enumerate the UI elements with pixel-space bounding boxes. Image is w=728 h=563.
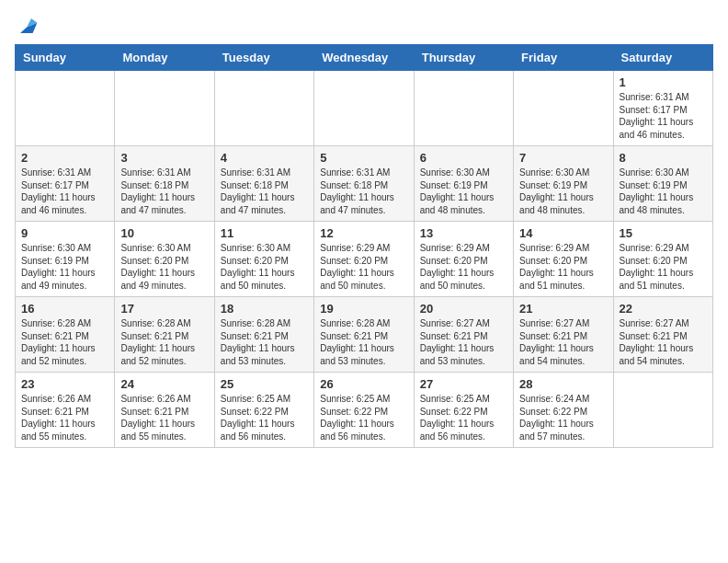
calendar-cell <box>613 373 712 448</box>
day-number: 9 <box>21 226 108 240</box>
calendar-cell: 28Sunrise: 6:24 AM Sunset: 6:22 PM Dayli… <box>514 373 613 448</box>
day-info: Sunrise: 6:28 AM Sunset: 6:21 PM Dayligh… <box>221 317 308 367</box>
calendar-cell: 27Sunrise: 6:25 AM Sunset: 6:22 PM Dayli… <box>414 373 513 448</box>
day-number: 2 <box>21 151 108 165</box>
day-number: 14 <box>519 226 607 240</box>
day-info: Sunrise: 6:30 AM Sunset: 6:19 PM Dayligh… <box>420 167 507 216</box>
day-info: Sunrise: 6:27 AM Sunset: 6:21 PM Dayligh… <box>620 317 707 367</box>
day-number: 13 <box>420 226 507 240</box>
calendar-cell: 19Sunrise: 6:28 AM Sunset: 6:21 PM Dayli… <box>314 297 414 373</box>
week-row-2: 2Sunrise: 6:31 AM Sunset: 6:17 PM Daylig… <box>16 146 713 222</box>
calendar-cell: 23Sunrise: 6:26 AM Sunset: 6:21 PM Dayli… <box>16 373 115 448</box>
day-info: Sunrise: 6:26 AM Sunset: 6:21 PM Dayligh… <box>21 393 108 442</box>
day-number: 22 <box>620 302 707 316</box>
day-info: Sunrise: 6:24 AM Sunset: 6:22 PM Dayligh… <box>519 393 607 442</box>
weekday-header-thursday: Thursday <box>414 45 513 71</box>
day-info: Sunrise: 6:30 AM Sunset: 6:19 PM Dayligh… <box>620 167 707 216</box>
week-row-5: 23Sunrise: 6:26 AM Sunset: 6:21 PM Dayli… <box>16 373 713 448</box>
day-info: Sunrise: 6:29 AM Sunset: 6:20 PM Dayligh… <box>420 242 507 292</box>
calendar-cell: 8Sunrise: 6:30 AM Sunset: 6:19 PM Daylig… <box>613 146 712 222</box>
day-info: Sunrise: 6:26 AM Sunset: 6:21 PM Dayligh… <box>120 393 208 442</box>
day-number: 20 <box>420 302 507 316</box>
calendar-cell: 25Sunrise: 6:25 AM Sunset: 6:22 PM Dayli… <box>214 373 313 448</box>
day-number: 6 <box>420 151 507 165</box>
calendar-cell: 22Sunrise: 6:27 AM Sunset: 6:21 PM Dayli… <box>613 297 712 373</box>
day-number: 10 <box>120 226 208 240</box>
weekday-header-row: SundayMondayTuesdayWednesdayThursdayFrid… <box>16 45 713 71</box>
day-number: 21 <box>519 302 607 316</box>
calendar-cell: 17Sunrise: 6:28 AM Sunset: 6:21 PM Dayli… <box>115 297 214 373</box>
calendar-cell: 12Sunrise: 6:29 AM Sunset: 6:20 PM Dayli… <box>314 222 414 297</box>
calendar-cell: 7Sunrise: 6:30 AM Sunset: 6:19 PM Daylig… <box>514 146 613 222</box>
calendar-cell: 5Sunrise: 6:31 AM Sunset: 6:18 PM Daylig… <box>314 146 414 222</box>
day-number: 12 <box>320 226 407 240</box>
weekday-header-wednesday: Wednesday <box>314 45 414 71</box>
week-row-1: 1Sunrise: 6:31 AM Sunset: 6:17 PM Daylig… <box>16 71 713 146</box>
day-info: Sunrise: 6:28 AM Sunset: 6:21 PM Dayligh… <box>320 317 407 367</box>
logo-icon <box>17 15 39 37</box>
calendar-cell: 1Sunrise: 6:31 AM Sunset: 6:17 PM Daylig… <box>613 71 712 146</box>
calendar-cell: 14Sunrise: 6:29 AM Sunset: 6:20 PM Dayli… <box>514 222 613 297</box>
calendar-cell: 10Sunrise: 6:30 AM Sunset: 6:20 PM Dayli… <box>115 222 214 297</box>
day-info: Sunrise: 6:31 AM Sunset: 6:18 PM Dayligh… <box>221 167 308 216</box>
day-info: Sunrise: 6:30 AM Sunset: 6:19 PM Dayligh… <box>519 167 607 216</box>
day-info: Sunrise: 6:25 AM Sunset: 6:22 PM Dayligh… <box>420 393 507 442</box>
day-number: 19 <box>320 302 407 316</box>
day-info: Sunrise: 6:28 AM Sunset: 6:21 PM Dayligh… <box>120 317 208 367</box>
calendar-cell: 15Sunrise: 6:29 AM Sunset: 6:20 PM Dayli… <box>613 222 712 297</box>
day-info: Sunrise: 6:25 AM Sunset: 6:22 PM Dayligh… <box>221 393 308 442</box>
weekday-header-saturday: Saturday <box>613 45 712 71</box>
day-number: 3 <box>120 151 208 165</box>
weekday-header-friday: Friday <box>514 45 613 71</box>
day-number: 18 <box>221 302 308 316</box>
week-row-4: 16Sunrise: 6:28 AM Sunset: 6:21 PM Dayli… <box>16 297 713 373</box>
day-number: 26 <box>320 377 407 391</box>
calendar-cell: 9Sunrise: 6:30 AM Sunset: 6:19 PM Daylig… <box>16 222 115 297</box>
day-info: Sunrise: 6:29 AM Sunset: 6:20 PM Dayligh… <box>320 242 407 292</box>
calendar-cell: 24Sunrise: 6:26 AM Sunset: 6:21 PM Dayli… <box>115 373 214 448</box>
day-info: Sunrise: 6:25 AM Sunset: 6:22 PM Dayligh… <box>320 393 407 442</box>
week-row-3: 9Sunrise: 6:30 AM Sunset: 6:19 PM Daylig… <box>16 222 713 297</box>
day-info: Sunrise: 6:27 AM Sunset: 6:21 PM Dayligh… <box>420 317 507 367</box>
day-number: 11 <box>221 226 308 240</box>
day-info: Sunrise: 6:31 AM Sunset: 6:17 PM Dayligh… <box>620 91 707 141</box>
day-info: Sunrise: 6:27 AM Sunset: 6:21 PM Dayligh… <box>519 317 607 367</box>
calendar-cell: 4Sunrise: 6:31 AM Sunset: 6:18 PM Daylig… <box>214 146 313 222</box>
calendar-cell: 21Sunrise: 6:27 AM Sunset: 6:21 PM Dayli… <box>514 297 613 373</box>
day-number: 24 <box>120 377 208 391</box>
day-info: Sunrise: 6:31 AM Sunset: 6:18 PM Dayligh… <box>320 167 407 216</box>
calendar-cell <box>115 71 214 146</box>
calendar-table: SundayMondayTuesdayWednesdayThursdayFrid… <box>15 44 713 448</box>
day-info: Sunrise: 6:31 AM Sunset: 6:18 PM Dayligh… <box>120 167 208 216</box>
calendar-cell: 20Sunrise: 6:27 AM Sunset: 6:21 PM Dayli… <box>414 297 513 373</box>
day-number: 25 <box>221 377 308 391</box>
day-info: Sunrise: 6:29 AM Sunset: 6:20 PM Dayligh… <box>519 242 607 292</box>
day-info: Sunrise: 6:31 AM Sunset: 6:17 PM Dayligh… <box>21 167 108 216</box>
day-number: 4 <box>221 151 308 165</box>
calendar-cell: 3Sunrise: 6:31 AM Sunset: 6:18 PM Daylig… <box>115 146 214 222</box>
calendar-cell: 11Sunrise: 6:30 AM Sunset: 6:20 PM Dayli… <box>214 222 313 297</box>
day-number: 5 <box>320 151 407 165</box>
day-info: Sunrise: 6:30 AM Sunset: 6:20 PM Dayligh… <box>120 242 208 292</box>
calendar-cell: 13Sunrise: 6:29 AM Sunset: 6:20 PM Dayli… <box>414 222 513 297</box>
calendar-cell <box>214 71 313 146</box>
day-number: 15 <box>620 226 707 240</box>
calendar-cell: 18Sunrise: 6:28 AM Sunset: 6:21 PM Dayli… <box>214 297 313 373</box>
day-number: 1 <box>620 75 707 89</box>
calendar-cell <box>314 71 414 146</box>
calendar-cell: 16Sunrise: 6:28 AM Sunset: 6:21 PM Dayli… <box>16 297 115 373</box>
day-info: Sunrise: 6:30 AM Sunset: 6:20 PM Dayligh… <box>221 242 308 292</box>
calendar-cell: 2Sunrise: 6:31 AM Sunset: 6:17 PM Daylig… <box>16 146 115 222</box>
calendar-cell: 26Sunrise: 6:25 AM Sunset: 6:22 PM Dayli… <box>314 373 414 448</box>
calendar-cell <box>414 71 513 146</box>
day-info: Sunrise: 6:29 AM Sunset: 6:20 PM Dayligh… <box>620 242 707 292</box>
day-info: Sunrise: 6:30 AM Sunset: 6:19 PM Dayligh… <box>21 242 108 292</box>
day-number: 28 <box>519 377 607 391</box>
weekday-header-tuesday: Tuesday <box>214 45 313 71</box>
calendar-cell <box>514 71 613 146</box>
weekday-header-sunday: Sunday <box>16 45 115 71</box>
page-header <box>15 15 713 37</box>
calendar-cell <box>16 71 115 146</box>
day-number: 8 <box>620 151 707 165</box>
day-number: 16 <box>21 302 108 316</box>
